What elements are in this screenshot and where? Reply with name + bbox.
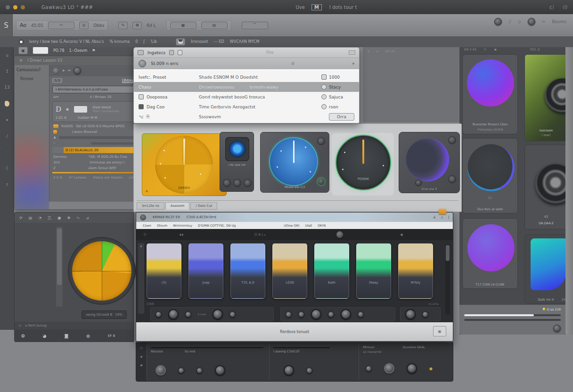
macro-slider-2[interactable] [464, 319, 561, 321]
dock-knob-icon-3[interactable]: ◙ [64, 334, 68, 338]
pencil-small-icon[interactable]: ✎ [484, 48, 486, 51]
tab-oats-cut[interactable]: / Oats Cut [190, 202, 217, 210]
up-arrow-icon[interactable]: ↥ [5, 69, 9, 74]
dialog-chevron-icon[interactable]: ▾ [352, 61, 354, 66]
kg1-knob-e[interactable] [229, 311, 236, 318]
window-close-button[interactable] [6, 5, 10, 9]
metronome-label[interactable]: % knnuma [109, 40, 130, 44]
browser-knob-icon[interactable] [74, 67, 81, 74]
kg1-knob-d[interactable] [213, 309, 223, 319]
tab-srcl2te[interactable]: SrcL2te ns [137, 202, 164, 210]
cycle-icon[interactable]: ◔ [38, 216, 41, 220]
bracket-icon[interactable]: [ [6, 166, 8, 171]
scissors-icon[interactable]: ✂ [542, 19, 546, 24]
folder-icon[interactable]: ▣ [57, 216, 61, 220]
power-icon[interactable]: ⏻ [144, 233, 147, 237]
clip-chip-icon[interactable] [74, 106, 88, 113]
footer-round-button[interactable] [553, 325, 561, 332]
lens-knob-c[interactable] [244, 179, 252, 187]
pin-icon[interactable]: ✦ [5, 118, 9, 122]
home-icon[interactable]: ⌂ [6, 53, 8, 57]
amber-dial[interactable]: DKKKH [155, 136, 213, 194]
pad-dark-circle-3[interactable] [462, 138, 518, 197]
orange-handle[interactable] [439, 209, 446, 214]
clay-icon[interactable] [5, 101, 9, 106]
sec1-knob-c[interactable] [196, 368, 203, 374]
refresh-icon[interactable]: ⟳ [19, 216, 23, 220]
link-icon[interactable]: ⚯ [68, 69, 71, 73]
rack-grow-icon[interactable]: △ [441, 215, 443, 219]
sec1-knob-d[interactable] [215, 365, 225, 376]
kg1-knob-c[interactable] [185, 311, 191, 318]
pencil-tool-icon[interactable]: ✎ [118, 22, 128, 29]
channel-5[interactable]: Kath [314, 243, 349, 299]
page-icon[interactable] [178, 50, 182, 55]
rack-section-1[interactable]: Ntouteo Itv.ned [147, 344, 267, 380]
brush-tool-icon[interactable]: 𝌆 [132, 22, 142, 29]
pad-gradient-circle-5[interactable] [467, 224, 515, 271]
menu-wrin[interactable]: Wrinnnnnluy [173, 224, 192, 228]
dock-scroll-thumb[interactable] [57, 229, 62, 285]
channel-4[interactable]: L030 [272, 243, 307, 299]
project-icon[interactable]: ▣ [18, 47, 28, 54]
rack-close-icon[interactable]: | [448, 215, 449, 219]
slash-icon[interactable]: ∕ [6, 134, 8, 139]
section-1-slider[interactable] [151, 347, 263, 348]
ctrl-knob2-icon[interactable]: ◉ [400, 233, 403, 237]
target-tool-icon[interactable]: ◎ [79, 22, 89, 29]
dock-scrollbar[interactable] [56, 227, 63, 307]
lens-knob-b[interactable] [233, 179, 241, 187]
rail-power-icon[interactable]: ⏻ [140, 346, 142, 350]
footer-a[interactable]: X E G [53, 176, 62, 180]
purple-panel-knob-top[interactable] [448, 136, 456, 144]
lens-knob-4[interactable] [535, 164, 568, 204]
sec2-knob-a[interactable] [284, 365, 294, 376]
knob-small-icon[interactable]: ◉ [494, 48, 497, 51]
dialog-row-3[interactable]: Osepoosa Gond rebywetet besoG troxuca Sa… [134, 92, 359, 102]
pan-knob-icon[interactable] [528, 18, 535, 25]
purple-panel-knob-left[interactable] [415, 180, 422, 186]
dialog-row-2-selected[interactable]: Chass Drrswlrsweossos brmeln-wawy Stacy [134, 82, 359, 92]
menu-oky6[interactable]: OKY6 [318, 224, 326, 228]
menu-uoow[interactable]: UOow OKt [284, 224, 299, 228]
waveform-tool-icon[interactable]: 〜 [48, 22, 74, 29]
sec3-knob-c[interactable] [407, 363, 417, 374]
menu-oteum[interactable]: Oteum [157, 224, 167, 228]
sec3-knob-b[interactable] [384, 363, 394, 374]
note-icon[interactable]: ♪ [508, 19, 511, 24]
tilt-icon[interactable]: ⊿ [86, 216, 89, 220]
dark-dial[interactable]: PGNNK [336, 135, 391, 190]
kg2-knob-b[interactable] [298, 311, 304, 318]
pad-card-6[interactable]: Dutk rro © .29 [524, 234, 568, 304]
loop-count[interactable]: 0 [135, 40, 138, 44]
purple-panel-knob-bottom[interactable] [448, 175, 456, 183]
bars-tool-icon[interactable]: ▤ [201, 22, 228, 29]
rail-dot-icon[interactable]: ◉ [140, 363, 143, 367]
device-panel-dark[interactable]: PGNNK [332, 133, 394, 196]
pad-gradient-circle-1[interactable] [467, 59, 514, 106]
pad-card-2[interactable]: Ivecsson / mw? [524, 54, 568, 141]
menu-dgmw[interactable]: D'GMW COTTYSC. D9 Ug [198, 224, 236, 228]
menu-cown[interactable]: Cown [143, 224, 151, 228]
dot-icon[interactable]: · [7, 150, 8, 155]
section-2-slider[interactable] [273, 347, 330, 348]
sec3-knob-a[interactable] [366, 366, 372, 372]
pad-card-3[interactable]: Cs Duv Ks/L ar qato [462, 138, 518, 213]
dialog-row-1[interactable]: Ivefc:. Preset Shade ESNOM M O Doedsht 1… [134, 72, 359, 82]
kg2-knob-e[interactable] [341, 309, 351, 319]
rack-section-3[interactable]: Mheuut Duvolew DAAL s2 rearannd ● [359, 344, 451, 380]
dock-knob-icon-1[interactable]: ❂ [21, 334, 25, 338]
sec2-knob-b[interactable] [306, 368, 312, 374]
pie-knob[interactable] [72, 241, 131, 301]
diamond-icon[interactable]: ◇ [518, 19, 521, 24]
channel-3[interactable]: T31 A.0 [230, 243, 265, 299]
footer-c[interactable]: Ireous ore rowans [93, 176, 122, 180]
app-badge[interactable]: S [0, 14, 13, 36]
dialog-confirm-button[interactable]: Orra [329, 113, 354, 121]
window-zoom-button[interactable] [21, 5, 25, 9]
gear-icon[interactable]: ⚙ [19, 58, 23, 63]
curve-tool-icon[interactable]: ⌒ [242, 22, 268, 29]
kg2-knob-f[interactable] [358, 311, 364, 318]
swing-glyph[interactable]: ʃ [143, 40, 145, 44]
spark-icon[interactable]: ❋ [67, 216, 71, 220]
